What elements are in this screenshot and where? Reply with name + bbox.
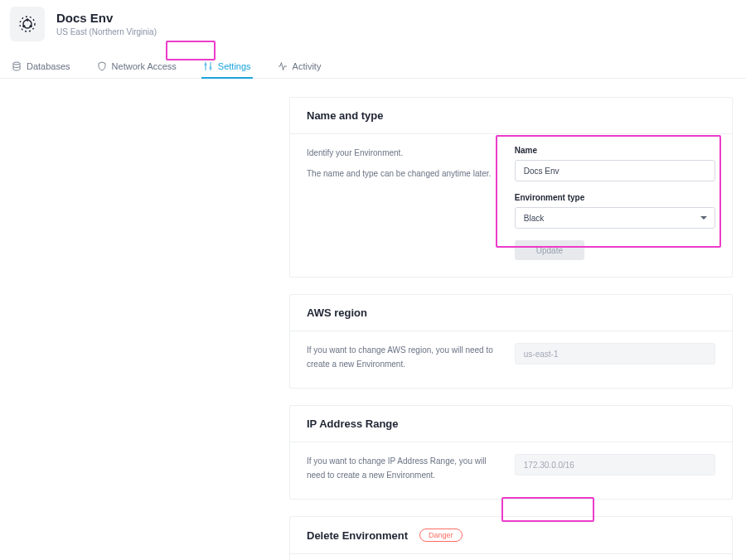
env-type-label: Environment type xyxy=(515,193,715,202)
card-ip-range: IP Address Range If you want to change I… xyxy=(289,405,733,500)
tab-settings[interactable]: Settings xyxy=(201,55,253,78)
card-title: Name and type xyxy=(307,109,383,122)
database-icon xyxy=(12,61,22,71)
card-description: Identify your Environment. xyxy=(307,146,495,160)
name-input[interactable] xyxy=(515,160,715,181)
card-title: AWS region xyxy=(307,307,367,319)
tab-activity[interactable]: Activity xyxy=(276,55,323,78)
svg-point-5 xyxy=(13,62,20,65)
card-aws-region: AWS region If you want to change AWS reg… xyxy=(289,294,733,389)
name-label: Name xyxy=(515,146,715,155)
svg-point-3 xyxy=(30,25,32,27)
circles-icon xyxy=(17,14,37,34)
ip-range-input xyxy=(515,454,715,476)
svg-point-2 xyxy=(26,18,28,21)
card-title: IP Address Range xyxy=(307,418,399,430)
env-type-select[interactable]: Black xyxy=(515,207,715,229)
svg-point-4 xyxy=(22,25,25,27)
card-description: The name and type can be changed anytime… xyxy=(307,167,495,181)
card-name-and-type: Name and type Identify your Environment.… xyxy=(289,97,733,278)
card-description: If you want to change AWS region, you wi… xyxy=(307,343,495,371)
page-subtitle: US East (Northern Virginia) xyxy=(56,27,157,37)
tab-label: Network Access xyxy=(112,61,177,71)
tabs-nav: Databases Network Access Settings xyxy=(0,50,746,79)
card-title: Delete Environment xyxy=(307,529,408,542)
settings-icon xyxy=(203,61,213,71)
tab-label: Settings xyxy=(218,61,251,71)
tab-network-access[interactable]: Network Access xyxy=(95,55,178,78)
tab-databases[interactable]: Databases xyxy=(10,55,72,78)
shield-icon xyxy=(97,61,107,71)
card-description: If you want to change IP Address Range, … xyxy=(307,454,495,482)
tab-label: Activity xyxy=(293,61,322,71)
environment-logo xyxy=(10,7,45,41)
update-button[interactable]: Update xyxy=(515,240,584,260)
card-delete-environment: Delete Environment Danger Please take in… xyxy=(289,516,733,560)
aws-region-input xyxy=(515,343,715,364)
page-title: Docs Env xyxy=(56,11,157,26)
activity-icon xyxy=(278,61,288,71)
svg-point-7 xyxy=(210,67,211,69)
danger-badge: Danger xyxy=(419,529,463,542)
svg-point-6 xyxy=(205,64,206,65)
tab-label: Databases xyxy=(27,61,70,71)
